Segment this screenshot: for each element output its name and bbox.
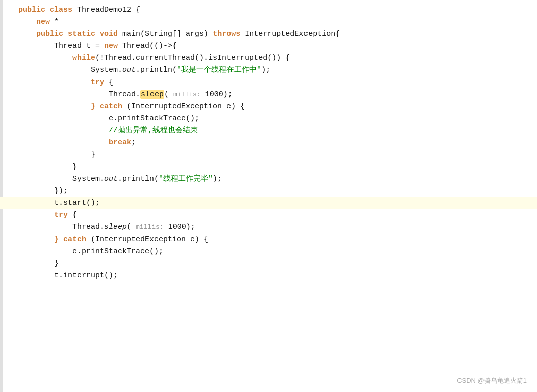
token: ()) { (267, 54, 290, 62)
token: millis: (136, 223, 164, 231)
token: t.start(); (18, 199, 100, 207)
token: ); (213, 175, 222, 183)
code-line: }); (0, 185, 537, 197)
token: Thread. (18, 223, 104, 231)
token: } catch (91, 102, 122, 111)
token: t.interrupt(); (18, 271, 118, 280)
code-lines: public class ThreadDemo12 { new * public… (0, 4, 537, 282)
code-line: break; (0, 137, 537, 149)
token: InterruptedException{ (240, 30, 340, 38)
line-content: }); (18, 185, 529, 197)
line-content: t.start(); (18, 197, 529, 209)
token: "线程工作完毕" (159, 175, 213, 183)
token: "我是一个线程在工作中" (177, 66, 261, 74)
line-content: Thread.sleep( millis: 1000); (18, 89, 529, 100)
line-content: e.printStackTrace(); (18, 246, 529, 257)
line-content: } catch (InterruptedException e) { (18, 101, 529, 112)
token: (InterruptedException e) { (122, 102, 245, 111)
token (63, 30, 68, 38)
token: System. (18, 66, 122, 74)
token (18, 126, 109, 135)
line-content: t.interrupt(); (18, 270, 529, 281)
code-line: t.start(); (0, 197, 537, 209)
token: millis: (173, 91, 201, 98)
token: (InterruptedException e) { (86, 235, 208, 244)
token: main(String[] args) (118, 30, 213, 38)
token: class (50, 6, 72, 14)
token: public (18, 6, 45, 14)
token: Thread. (18, 90, 140, 99)
token: ( (172, 66, 177, 74)
token: out (104, 175, 118, 183)
token: isInterrupted (208, 54, 267, 62)
token: public (36, 30, 63, 38)
token: { (104, 78, 113, 87)
code-line: } (0, 161, 537, 173)
token: println (140, 66, 172, 74)
token: ; (131, 138, 136, 147)
code-line: e.printStackTrace(); (0, 246, 537, 258)
token: (). (195, 54, 208, 62)
line-content: public static void main(String[] args) t… (18, 28, 529, 40)
code-line: System.out.println("我是一个线程在工作中"); (0, 64, 537, 76)
token: (!Thread. (95, 54, 136, 62)
token: } (18, 163, 77, 171)
token: sleep (104, 223, 127, 231)
token: ( (127, 223, 136, 231)
token (95, 30, 100, 38)
token (18, 18, 36, 26)
token: ( (154, 175, 159, 183)
token: try (54, 211, 68, 219)
token: } (18, 259, 59, 268)
token: e.printStackTrace(); (18, 114, 199, 123)
token: }); (18, 187, 68, 195)
code-line: try { (0, 209, 537, 221)
token: . (118, 175, 122, 183)
code-line: new * (0, 16, 537, 28)
token: throws (213, 30, 240, 38)
token: new (36, 18, 50, 26)
token: //抛出异常,线程也会结束 (109, 126, 198, 135)
token (18, 211, 54, 219)
token (18, 102, 91, 111)
token: 1000); (164, 223, 195, 231)
token: 1000); (201, 90, 233, 99)
code-line: Thread t = new Thread(()->{ (0, 40, 537, 52)
line-content: try { (18, 76, 529, 88)
token: out (122, 66, 136, 74)
line-content: System.out.println("我是一个线程在工作中"); (18, 64, 529, 76)
token: } (18, 150, 95, 159)
token: void (100, 30, 118, 38)
code-line: public static void main(String[] args) t… (0, 28, 537, 40)
token: Thread t = (18, 42, 104, 50)
line-content: break; (18, 137, 529, 148)
token: ); (261, 66, 270, 74)
token: System. (18, 175, 104, 183)
code-line: public class ThreadDemo12 { (0, 4, 537, 16)
code-line: System.out.println("线程工作完毕"); (0, 173, 537, 185)
token: try (91, 78, 104, 87)
token: println (122, 175, 154, 183)
line-content: } (18, 161, 529, 173)
token (18, 30, 36, 38)
token (45, 6, 50, 14)
token: sleep (140, 90, 164, 99)
token: . (136, 66, 140, 74)
line-content: while(!Thread.currentThread().isInterrup… (18, 52, 529, 64)
line-content: Thread t = new Thread(()->{ (18, 40, 529, 52)
line-content: } catch (InterruptedException e) { (18, 233, 529, 245)
token: ThreadDemo12 { (72, 6, 140, 14)
token: currentThread (136, 54, 195, 62)
code-line: } catch (InterruptedException e) { (0, 101, 537, 113)
line-content: try { (18, 209, 529, 221)
code-line: Thread.sleep( millis: 1000); (0, 89, 537, 101)
code-line: try { (0, 76, 537, 89)
line-content: e.printStackTrace(); (18, 113, 529, 124)
line-content: Thread.sleep( millis: 1000); (18, 221, 529, 233)
code-container: public class ThreadDemo12 { new * public… (0, 0, 537, 392)
token: { (68, 211, 77, 219)
line-content: public class ThreadDemo12 { (18, 4, 529, 16)
token: while (72, 54, 95, 62)
code-line: //抛出异常,线程也会结束 (0, 125, 537, 137)
token (18, 138, 109, 147)
